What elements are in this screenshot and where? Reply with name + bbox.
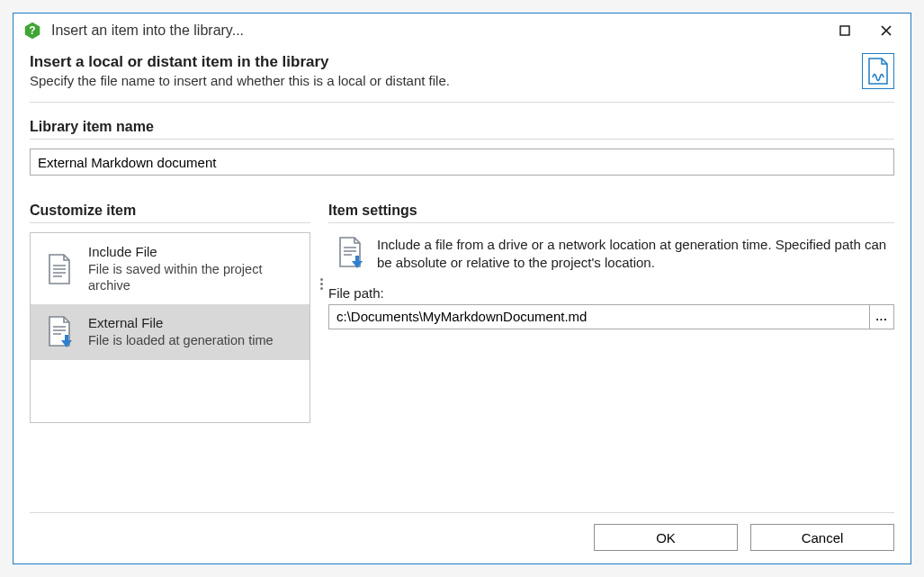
svg-text:?: ? [29,24,35,37]
column-splitter[interactable] [316,276,327,291]
maximize-button[interactable] [824,17,866,44]
cancel-button[interactable]: Cancel [750,524,894,551]
settings-description-text: Include a file from a drive or a network… [377,236,894,273]
customize-label: Customize item [30,203,310,219]
include-file-icon [43,244,76,293]
customize-option-list: Include File File is saved within the pr… [30,232,310,423]
browse-button[interactable]: ... [869,304,894,329]
option-include-file[interactable]: Include File File is saved within the pr… [31,233,309,304]
window-title: Insert an item into the library... [51,23,824,39]
option-description: File is loaded at generation time [88,332,297,348]
header-separator [30,102,894,103]
option-description: File is saved within the project archive [88,261,297,293]
external-file-icon [43,315,76,349]
ok-button[interactable]: OK [594,524,738,551]
header-subtitle: Specify the file name to insert and whet… [30,73,862,88]
settings-description-row: Include a file from a drive or a network… [328,232,894,282]
customize-separator [30,222,310,223]
settings-label: Item settings [328,203,894,219]
dialog-window: ? Insert an item into the library... Ins… [13,13,911,564]
name-section: Library item name [30,119,894,176]
file-path-row: ... [328,304,894,329]
option-title: External File [88,315,297,330]
settings-description-icon [336,236,364,273]
name-separator [30,139,894,140]
close-button[interactable] [866,17,907,44]
settings-column: Item settings Include a file from a driv… [328,203,894,512]
titlebar: ? Insert an item into the library... [13,14,911,48]
customize-column: Customize item Include File [30,203,310,512]
page-type-icon [862,53,894,89]
header-block: Insert a local or distant item in the li… [30,48,894,102]
dialog-content: Insert a local or distant item in the li… [13,48,911,563]
library-item-name-input[interactable] [30,149,894,176]
option-title: Include File [88,244,297,259]
two-column-area: Customize item Include File [30,203,894,512]
file-path-label: File path: [328,285,894,301]
option-external-file[interactable]: External File File is loaded at generati… [31,304,309,360]
name-label: Library item name [30,119,894,135]
settings-separator [328,222,894,223]
dialog-buttons: OK Cancel [30,512,894,551]
file-path-input[interactable] [328,304,869,329]
app-help-icon: ? [22,21,42,41]
header-title: Insert a local or distant item in the li… [30,53,862,71]
svg-rect-1 [840,26,849,35]
